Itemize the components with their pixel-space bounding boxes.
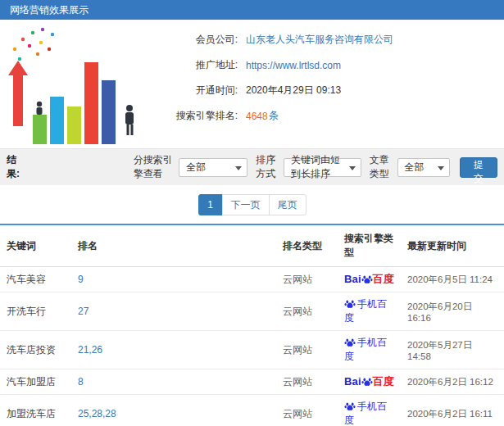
rank-link[interactable]: 25,28,28 [71,395,276,426]
table-row: 汽车美容 9 云网站 Bai百度 2020年6月5日 11:24 [0,267,504,292]
promotion-url-link[interactable]: https://www.lrtlsd.com [246,60,341,71]
rank-type-cell: 云网站 [276,292,338,331]
page-title: 网络营销效果展示 [10,4,89,16]
sort-select[interactable]: 关键词由短到长排序 [284,158,361,177]
table-row: 汽车加盟店 8 云网站 Bai百度 2020年6月2日 16:12 [0,369,504,395]
update-time-cell: 2020年6月5日 11:24 [401,267,504,292]
update-time-cell: 2020年6月2日 16:12 [401,369,504,395]
sort-value: 关键词由短到长排序 [291,153,344,181]
chevron-down-icon [349,166,356,170]
open-time-label: 开通时间: [146,84,238,97]
page: 网络营销效果展示 [0,0,504,426]
rank-type-cell: 云网站 [276,395,338,426]
mobile-baidu-logo: 手机百度 [338,292,401,331]
baidu-wordmark-text: Bai [344,273,361,285]
baidu-wordmark-text: Bai [344,375,361,387]
bar-chart-graphic [5,21,146,146]
baidu-paw-icon [361,376,373,387]
rank-link[interactable]: 9 [71,267,276,292]
baidu-cn-text: 百度 [373,273,394,285]
baidu-paw-icon [344,298,356,310]
rank-link[interactable]: 27 [71,292,276,331]
baidu-cn-text: 百度 [373,375,394,387]
open-time-row: 开通时间: 2020年4月29日 09:13 [146,84,393,97]
baidu-paw-icon [361,274,373,285]
update-time-cell: 2020年6月20日 16:16 [401,292,504,331]
last-page-button[interactable]: 尾页 [269,194,306,215]
mobile-baidu-logo: 手机百度 [338,395,401,426]
company-row: 会员公司: 山东老人头汽车服务咨询有限公司 [146,33,393,47]
update-time-cell: 2020年6月2日 16:11 [401,395,504,426]
article-type-select[interactable]: 全部 [397,158,450,177]
promotion-url-label: 推广地址: [146,58,238,72]
rank-link[interactable]: 21,26 [71,331,276,369]
engine-filter-select[interactable]: 全部 [179,158,247,177]
keyword-cell: 加盟洗车店 [0,395,71,426]
engine-rank-row: 搜索引擎排名: 4648 条 [146,109,393,123]
table-row: 开洗车行 27 云网站 手机百度 2020年6月20日 16:16 [0,292,504,331]
rank-type-cell: 云网站 [276,331,338,369]
column-header-updated: 最新更新时间 [401,224,504,267]
open-time-value: 2020年4月29日 09:13 [246,84,341,97]
article-type-value: 全部 [405,161,425,174]
app-header: 网络营销效果展示 [0,0,504,20]
keyword-cell: 开洗车行 [0,292,71,331]
sort-label: 排序方式 [256,153,279,181]
column-header-engine-type: 搜索引擎类型 [338,224,401,267]
rank-link[interactable]: 8 [71,369,276,395]
member-info-panel: 会员公司: 山东老人头汽车服务咨询有限公司 推广地址: https://www.… [0,20,504,149]
results-panel: 1 下一页 尾页 关键词 排名 排名类型 搜索引擎类型 最新更新时间 汽车美容 … [0,185,504,426]
table-row: 加盟洗车店 25,28,28 云网站 手机百度 2020年6月2日 16:11 [0,395,504,426]
baidu-logo: Bai百度 [338,267,401,292]
promotion-url-row: 推广地址: https://www.lrtlsd.com [146,58,393,72]
update-time-cell: 2020年5月27日 14:58 [401,331,504,369]
baidu-paw-icon [344,401,356,412]
results-table-body: 汽车美容 9 云网站 Bai百度 2020年6月5日 11:24 开洗车行 27… [0,267,504,426]
results-table: 关键词 排名 排名类型 搜索引擎类型 最新更新时间 汽车美容 9 云网站 Bai… [0,224,504,426]
column-header-rank: 排名 [71,224,276,267]
engine-filter-value: 全部 [186,161,206,174]
table-header-row: 关键词 排名 排名类型 搜索引擎类型 最新更新时间 [0,224,504,267]
rank-type-cell: 云网站 [276,369,338,395]
filter-bar: 结果: 分搜索引擎查看 全部 排序方式 关键词由短到长排序 文章类型 全部 提交 [0,149,504,185]
member-info-rows: 会员公司: 山东老人头汽车服务咨询有限公司 推广地址: https://www.… [146,20,393,148]
engine-rank-count: 4648 [246,111,268,122]
marketing-chart-illustration [0,20,146,147]
chevron-down-icon [438,166,444,170]
article-type-label: 文章类型 [370,153,393,181]
keyword-cell: 洗车店投资 [0,331,71,369]
chevron-down-icon [235,166,242,170]
page-1-button[interactable]: 1 [198,194,223,215]
baidu-paw-icon [344,337,356,348]
company-label: 会员公司: [146,33,238,47]
company-link[interactable]: 山东老人头汽车服务咨询有限公司 [246,33,393,47]
pagination: 1 下一页 尾页 [0,185,504,224]
column-header-keyword: 关键词 [0,224,71,267]
mobile-baidu-logo: 手机百度 [338,331,401,369]
next-page-button[interactable]: 下一页 [222,194,270,215]
keyword-cell: 汽车美容 [0,267,71,292]
engine-filter-label: 分搜索引擎查看 [134,153,175,181]
baidu-logo: Bai百度 [338,369,401,395]
engine-rank-unit: 条 [269,109,279,123]
engine-rank-label: 搜索引擎排名: [146,109,238,123]
submit-button[interactable]: 提交 [460,157,497,178]
rank-type-cell: 云网站 [276,267,338,292]
column-header-rank-type: 排名类型 [276,224,338,267]
results-section-label: 结果: [7,153,20,181]
table-row: 洗车店投资 21,26 云网站 手机百度 2020年5月27日 14:58 [0,331,504,369]
keyword-cell: 汽车加盟店 [0,369,71,395]
